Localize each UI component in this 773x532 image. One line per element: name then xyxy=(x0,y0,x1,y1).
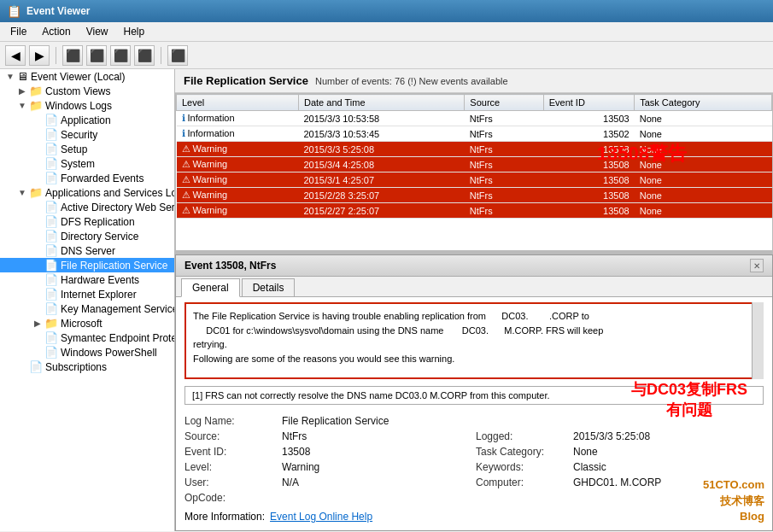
col-datetime[interactable]: Date and Time xyxy=(298,95,464,111)
col-eventid[interactable]: Event ID xyxy=(543,95,635,111)
tree-setup[interactable]: 📄 Setup xyxy=(0,142,174,156)
windows-logs-expand: ▼ xyxy=(15,101,29,110)
table-row[interactable]: ⚠ Warning2015/3/1 4:25:07NtFrs13508None xyxy=(177,172,772,188)
menu-action[interactable]: Action xyxy=(35,24,77,39)
toolbar-btn-4[interactable]: ⬛ xyxy=(134,45,155,66)
app-services-label: Applications and Services Logs xyxy=(45,187,175,199)
value-opcode xyxy=(282,490,472,506)
tree-symantec[interactable]: 📄 Symantec Endpoint Protecti... xyxy=(0,330,174,345)
table-row[interactable]: ⚠ Warning2015/3/3 5:25:08NtFrs13508None xyxy=(177,142,772,157)
label-keywords: Keywords: xyxy=(476,459,570,475)
menu-file[interactable]: File xyxy=(3,24,33,39)
table-row[interactable]: ⚠ Warning2015/3/4 4:25:08NtFrs13508None xyxy=(177,157,772,172)
table-row[interactable]: ⚠ Warning2015/2/27 2:25:07NtFrs13508None xyxy=(177,203,772,219)
cell-datetime: 2015/3/1 4:25:07 xyxy=(298,172,464,188)
message-area: The File Replication Service is having t… xyxy=(184,302,764,379)
cell-source: NtFrs xyxy=(465,111,543,126)
cell-level: ⚠ Warning xyxy=(177,142,299,157)
more-info-link[interactable]: Event Log Online Help xyxy=(270,511,372,523)
label-computer: Computer: xyxy=(476,475,570,490)
root-label: Event Viewer (Local) xyxy=(31,71,126,83)
tree-forwarded[interactable]: 📄 Forwarded Events xyxy=(0,171,174,185)
forward-button[interactable]: ▶ xyxy=(29,45,50,66)
cell-task: None xyxy=(635,157,772,172)
value-keywords: Classic xyxy=(573,459,764,475)
tree-subscriptions[interactable]: 📄 Subscriptions xyxy=(0,360,174,374)
tree-ad-web[interactable]: 📄 Active Directory Web Servic... xyxy=(0,200,174,214)
tree-frs[interactable]: 📄 File Replication Service xyxy=(0,258,174,272)
dfs-icon: 📄 xyxy=(44,215,58,228)
tree-custom-views[interactable]: ▶ 📁 Custom Views xyxy=(0,84,174,98)
main-container: ▼ 🖥 Event Viewer (Local) ▶ 📁 Custom View… xyxy=(0,69,773,531)
value-level: Warning xyxy=(282,459,472,475)
log-title: File Replication Service xyxy=(184,74,308,87)
tree-windows-logs[interactable]: ▼ 📁 Windows Logs xyxy=(0,98,174,113)
forwarded-label: Forwarded Events xyxy=(61,172,143,184)
toolbar-btn-2[interactable]: ⬛ xyxy=(86,45,107,66)
col-source[interactable]: Source xyxy=(465,95,543,111)
cell-task: None xyxy=(635,203,772,219)
tree-system[interactable]: 📄 System xyxy=(0,156,174,171)
tree-root[interactable]: ▼ 🖥 Event Viewer (Local) xyxy=(0,69,174,84)
level-text: Warning xyxy=(193,159,228,169)
hardware-label: Hardware Events xyxy=(61,274,139,286)
tree-dfs[interactable]: 📄 DFS Replication xyxy=(0,214,174,229)
cell-datetime: 2015/3/3 10:53:58 xyxy=(298,111,464,126)
frs-label: File Replication Service xyxy=(61,260,167,272)
close-button[interactable]: ✕ xyxy=(750,259,764,272)
label-source: Source: xyxy=(184,429,278,444)
ie-icon: 📄 xyxy=(44,288,58,301)
events-table-container[interactable]: Level Date and Time Source Event ID Task… xyxy=(175,93,773,251)
cell-datetime: 2015/3/3 10:53:45 xyxy=(298,126,464,142)
warning-icon: ⚠ xyxy=(182,143,193,154)
directory-label: Directory Service xyxy=(61,231,138,243)
cell-datetime: 2015/3/3 5:25:08 xyxy=(298,142,464,157)
tree-app-services[interactable]: ▼ 📁 Applications and Services Logs xyxy=(0,185,174,200)
message-box: The File Replication Service is having t… xyxy=(184,302,764,379)
tree-microsoft[interactable]: ▶ 📁 Microsoft xyxy=(0,316,174,330)
level-text: Warning xyxy=(193,205,228,215)
cell-eventid: 13508 xyxy=(543,188,635,203)
microsoft-label: Microsoft xyxy=(61,318,102,330)
table-row[interactable]: ⚠ Warning2015/2/28 3:25:07NtFrs13508None xyxy=(177,188,772,203)
warning-icon: ⚠ xyxy=(182,190,193,200)
col-task[interactable]: Task Category xyxy=(635,95,772,111)
tree-hardware[interactable]: 📄 Hardware Events xyxy=(0,272,174,287)
toolbar-separator-2 xyxy=(161,47,161,64)
events-table: Level Date and Time Source Event ID Task… xyxy=(176,94,772,219)
toolbar-btn-1[interactable]: ⬛ xyxy=(62,45,83,66)
menu-view[interactable]: View xyxy=(79,24,115,39)
cell-eventid: 13508 xyxy=(543,157,635,172)
tree-security[interactable]: 📄 Security xyxy=(0,127,174,142)
app-title: Event Viewer xyxy=(26,5,90,17)
tree-application[interactable]: 📄 Application xyxy=(0,113,174,127)
tree-directory[interactable]: 📄 Directory Service xyxy=(0,229,174,243)
tab-details[interactable]: Details xyxy=(242,278,296,296)
tree-powershell[interactable]: 📄 Windows PowerShell xyxy=(0,345,174,360)
table-row[interactable]: ℹ Information2015/3/3 10:53:58NtFrs13503… xyxy=(177,111,772,126)
level-text: Warning xyxy=(193,174,228,184)
message-scrollbar[interactable] xyxy=(752,302,764,379)
tab-general[interactable]: General xyxy=(181,278,240,297)
menu-help[interactable]: Help xyxy=(117,24,152,39)
kms-label: Key Management Service xyxy=(61,303,175,315)
warning-icon: ⚠ xyxy=(182,205,193,215)
cell-source: NtFrs xyxy=(465,172,543,188)
value-eventid: 13508 xyxy=(282,444,472,459)
tree-ie[interactable]: 📄 Internet Explorer xyxy=(0,287,174,301)
message-scroll[interactable]: The File Replication Service is having t… xyxy=(193,309,745,365)
label-user: User: xyxy=(184,475,278,490)
cell-source: NtFrs xyxy=(465,203,543,219)
col-level[interactable]: Level xyxy=(177,95,299,111)
tree-dns[interactable]: 📄 DNS Server xyxy=(0,243,174,258)
toolbar-btn-3[interactable]: ⬛ xyxy=(110,45,131,66)
table-row[interactable]: ℹ Information2015/3/3 10:53:45NtFrs13502… xyxy=(177,126,772,142)
tree-kms[interactable]: 📄 Key Management Service xyxy=(0,301,174,316)
menu-bar: File Action View Help xyxy=(0,22,773,42)
frs-icon: 📄 xyxy=(44,259,58,272)
cell-level: ℹ Information xyxy=(177,126,299,142)
toolbar-btn-5[interactable]: ⬛ xyxy=(167,45,188,66)
spacer-2 xyxy=(573,490,764,506)
label-logged-spacer xyxy=(476,413,570,429)
back-button[interactable]: ◀ xyxy=(5,45,26,66)
